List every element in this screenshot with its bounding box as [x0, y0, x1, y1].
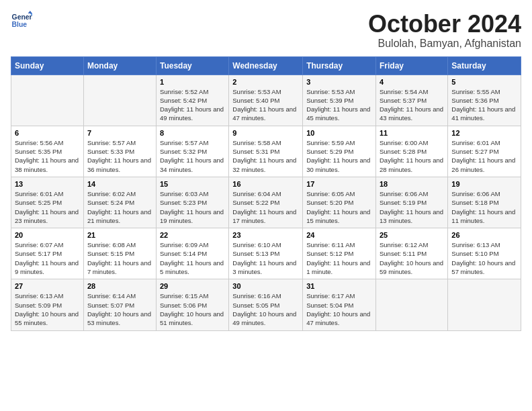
day-number: 2 — [232, 78, 299, 86]
day-info: Sunrise: 6:14 AM Sunset: 5:07 PM Dayligh… — [87, 291, 152, 327]
day-info: Sunrise: 5:57 AM Sunset: 5:32 PM Dayligh… — [160, 138, 225, 174]
day-info: Sunrise: 6:17 AM Sunset: 5:04 PM Dayligh… — [306, 291, 372, 327]
calendar-cell: 17Sunrise: 6:05 AM Sunset: 5:20 PM Dayli… — [303, 177, 376, 228]
day-number: 6 — [15, 129, 80, 137]
svg-marker-2 — [28, 11, 32, 13]
day-number: 7 — [87, 129, 152, 137]
day-number: 10 — [306, 129, 372, 137]
day-info: Sunrise: 6:10 AM Sunset: 5:13 PM Dayligh… — [232, 240, 299, 276]
title-section: October 2024 Bulolah, Bamyan, Afghanista… — [368, 11, 521, 50]
day-info: Sunrise: 5:57 AM Sunset: 5:33 PM Dayligh… — [87, 138, 152, 174]
day-info: Sunrise: 5:53 AM Sunset: 5:39 PM Dayligh… — [306, 87, 372, 123]
weekday-header-sunday: Sunday — [11, 56, 84, 75]
day-info: Sunrise: 6:05 AM Sunset: 5:20 PM Dayligh… — [306, 189, 372, 225]
day-number: 28 — [87, 282, 152, 290]
day-info: Sunrise: 5:55 AM Sunset: 5:36 PM Dayligh… — [451, 87, 517, 123]
calendar-cell: 13Sunrise: 6:01 AM Sunset: 5:25 PM Dayli… — [11, 177, 84, 228]
calendar-cell: 23Sunrise: 6:10 AM Sunset: 5:13 PM Dayli… — [229, 228, 303, 279]
calendar-cell: 22Sunrise: 6:09 AM Sunset: 5:14 PM Dayli… — [156, 228, 228, 279]
calendar-cell — [83, 75, 156, 126]
weekday-header-thursday: Thursday — [303, 56, 376, 75]
day-number: 11 — [380, 129, 444, 137]
weekday-header-friday: Friday — [376, 56, 448, 75]
page-header: General Blue October 2024 Bulolah, Bamya… — [11, 11, 521, 50]
day-number: 22 — [160, 231, 225, 239]
day-number: 5 — [451, 78, 517, 86]
calendar-cell: 20Sunrise: 6:07 AM Sunset: 5:17 PM Dayli… — [11, 228, 84, 279]
day-info: Sunrise: 6:01 AM Sunset: 5:27 PM Dayligh… — [451, 138, 517, 174]
calendar-cell: 27Sunrise: 6:13 AM Sunset: 5:09 PM Dayli… — [11, 279, 84, 330]
day-info: Sunrise: 6:13 AM Sunset: 5:09 PM Dayligh… — [15, 291, 80, 327]
day-info: Sunrise: 6:11 AM Sunset: 5:12 PM Dayligh… — [306, 240, 372, 276]
calendar-cell: 31Sunrise: 6:17 AM Sunset: 5:04 PM Dayli… — [303, 279, 376, 330]
day-info: Sunrise: 6:00 AM Sunset: 5:28 PM Dayligh… — [380, 138, 444, 174]
calendar-cell: 16Sunrise: 6:04 AM Sunset: 5:22 PM Dayli… — [229, 177, 303, 228]
calendar-cell: 21Sunrise: 6:08 AM Sunset: 5:15 PM Dayli… — [83, 228, 156, 279]
calendar-cell: 18Sunrise: 6:06 AM Sunset: 5:19 PM Dayli… — [376, 177, 448, 228]
calendar-title: October 2024 — [368, 11, 521, 38]
day-info: Sunrise: 6:15 AM Sunset: 5:06 PM Dayligh… — [160, 291, 225, 327]
day-info: Sunrise: 6:08 AM Sunset: 5:15 PM Dayligh… — [87, 240, 152, 276]
day-number: 4 — [380, 78, 444, 86]
week-row-4: 20Sunrise: 6:07 AM Sunset: 5:17 PM Dayli… — [11, 228, 521, 279]
day-info: Sunrise: 6:07 AM Sunset: 5:17 PM Dayligh… — [15, 240, 80, 276]
day-info: Sunrise: 6:12 AM Sunset: 5:11 PM Dayligh… — [380, 240, 444, 276]
calendar-cell: 10Sunrise: 5:59 AM Sunset: 5:29 PM Dayli… — [303, 126, 376, 177]
day-info: Sunrise: 6:03 AM Sunset: 5:23 PM Dayligh… — [160, 189, 225, 225]
day-info: Sunrise: 6:06 AM Sunset: 5:19 PM Dayligh… — [380, 189, 444, 225]
day-info: Sunrise: 5:59 AM Sunset: 5:29 PM Dayligh… — [306, 138, 372, 174]
day-number: 25 — [380, 231, 444, 239]
day-info: Sunrise: 5:58 AM Sunset: 5:31 PM Dayligh… — [232, 138, 299, 174]
day-number: 21 — [87, 231, 152, 239]
svg-text:Blue: Blue — [12, 21, 28, 28]
day-info: Sunrise: 6:02 AM Sunset: 5:24 PM Dayligh… — [87, 189, 152, 225]
calendar-cell: 19Sunrise: 6:06 AM Sunset: 5:18 PM Dayli… — [448, 177, 521, 228]
day-number: 23 — [232, 231, 299, 239]
logo: General Blue — [11, 11, 35, 30]
calendar-cell: 29Sunrise: 6:15 AM Sunset: 5:06 PM Dayli… — [156, 279, 228, 330]
calendar-subtitle: Bulolah, Bamyan, Afghanistan — [368, 38, 521, 50]
calendar-cell: 12Sunrise: 6:01 AM Sunset: 5:27 PM Dayli… — [448, 126, 521, 177]
day-info: Sunrise: 6:01 AM Sunset: 5:25 PM Dayligh… — [15, 189, 80, 225]
calendar-cell: 4Sunrise: 5:54 AM Sunset: 5:37 PM Daylig… — [376, 75, 448, 126]
calendar-cell — [376, 279, 448, 330]
calendar-cell: 8Sunrise: 5:57 AM Sunset: 5:32 PM Daylig… — [156, 126, 228, 177]
calendar-body: 1Sunrise: 5:52 AM Sunset: 5:42 PM Daylig… — [11, 75, 521, 330]
day-info: Sunrise: 5:56 AM Sunset: 5:35 PM Dayligh… — [15, 138, 80, 174]
week-row-5: 27Sunrise: 6:13 AM Sunset: 5:09 PM Dayli… — [11, 279, 521, 330]
day-number: 16 — [232, 180, 299, 188]
day-number: 17 — [306, 180, 372, 188]
calendar-cell: 24Sunrise: 6:11 AM Sunset: 5:12 PM Dayli… — [303, 228, 376, 279]
calendar-cell: 14Sunrise: 6:02 AM Sunset: 5:24 PM Dayli… — [83, 177, 156, 228]
svg-text:General: General — [12, 13, 32, 21]
calendar-table: SundayMondayTuesdayWednesdayThursdayFrid… — [11, 56, 521, 331]
day-info: Sunrise: 6:13 AM Sunset: 5:10 PM Dayligh… — [451, 240, 517, 276]
weekday-row: SundayMondayTuesdayWednesdayThursdayFrid… — [11, 56, 521, 75]
day-number: 9 — [232, 129, 299, 137]
day-number: 14 — [87, 180, 152, 188]
day-info: Sunrise: 5:52 AM Sunset: 5:42 PM Dayligh… — [160, 87, 225, 123]
day-number: 24 — [306, 231, 372, 239]
day-number: 26 — [451, 231, 517, 239]
day-number: 15 — [160, 180, 225, 188]
calendar-header: SundayMondayTuesdayWednesdayThursdayFrid… — [11, 56, 521, 75]
day-number: 31 — [306, 282, 372, 290]
day-number: 1 — [160, 78, 225, 86]
day-number: 3 — [306, 78, 372, 86]
week-row-1: 1Sunrise: 5:52 AM Sunset: 5:42 PM Daylig… — [11, 75, 521, 126]
calendar-cell: 28Sunrise: 6:14 AM Sunset: 5:07 PM Dayli… — [83, 279, 156, 330]
calendar-cell — [448, 279, 521, 330]
weekday-header-monday: Monday — [83, 56, 156, 75]
calendar-cell: 26Sunrise: 6:13 AM Sunset: 5:10 PM Dayli… — [448, 228, 521, 279]
calendar-cell: 25Sunrise: 6:12 AM Sunset: 5:11 PM Dayli… — [376, 228, 448, 279]
week-row-2: 6Sunrise: 5:56 AM Sunset: 5:35 PM Daylig… — [11, 126, 521, 177]
calendar-cell — [11, 75, 84, 126]
weekday-header-saturday: Saturday — [448, 56, 521, 75]
week-row-3: 13Sunrise: 6:01 AM Sunset: 5:25 PM Dayli… — [11, 177, 521, 228]
calendar-cell: 6Sunrise: 5:56 AM Sunset: 5:35 PM Daylig… — [11, 126, 84, 177]
weekday-header-wednesday: Wednesday — [229, 56, 303, 75]
day-number: 18 — [380, 180, 444, 188]
calendar-cell: 15Sunrise: 6:03 AM Sunset: 5:23 PM Dayli… — [156, 177, 228, 228]
calendar-cell: 5Sunrise: 5:55 AM Sunset: 5:36 PM Daylig… — [448, 75, 521, 126]
calendar-cell: 1Sunrise: 5:52 AM Sunset: 5:42 PM Daylig… — [156, 75, 228, 126]
